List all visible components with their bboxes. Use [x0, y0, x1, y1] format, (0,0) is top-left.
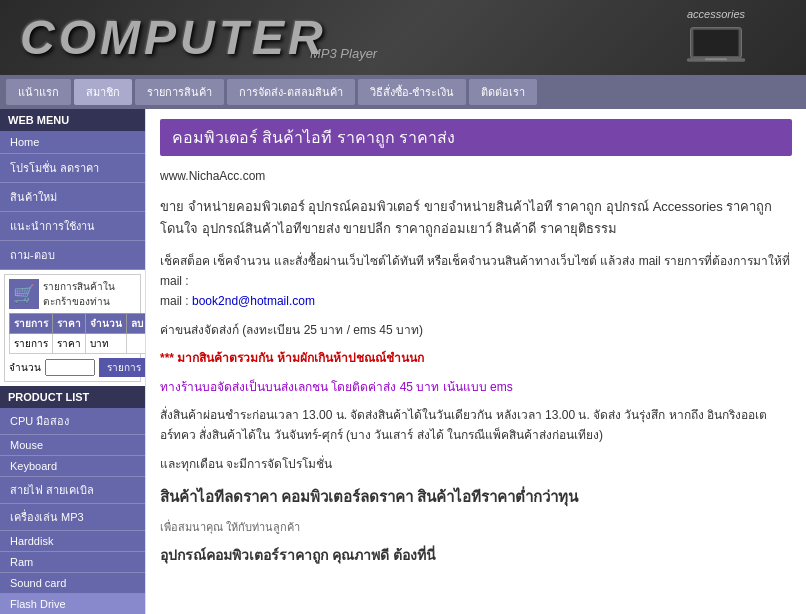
cart-col-qty: จำนวน [86, 314, 127, 334]
warning2: ทางร้านบอจัดส่งเป็นบนส่งเลกชน โดยติดค่าส… [160, 377, 792, 397]
content-body: www.NichaAcc.com ขาย จำหน่ายคอมพิวเตอร์ … [160, 166, 792, 568]
accessories-area: accessories [686, 8, 746, 67]
cart-cell-price: ราคา [53, 334, 86, 354]
content-title: คอมพิวเตอร์ สินค้าไอที ราคาถูก ราคาส่ง [160, 119, 792, 156]
product-ram[interactable]: Ram [0, 552, 145, 573]
cart-col-item: รายการ [10, 314, 53, 334]
nav-contact[interactable]: ติดต่อเรา [469, 79, 537, 105]
cart-row: รายการ ราคา บาท [10, 334, 148, 354]
order-time: สั่งสินค้าผ่อนชำระก่อนเวลา 13.00 น. จัดส… [160, 405, 792, 446]
sidebar-item-home[interactable]: Home [0, 131, 145, 154]
check-info: เช็คสต็อค เช็คจำนวน และสั่งซื้อผ่านเว็บไ… [160, 251, 792, 312]
nav-shipping[interactable]: การจัดส่ง-ตสลมสินค้า [227, 79, 355, 105]
footer-text: เพื่อสมนาคุณ ให้กับท่านลูกค้า [160, 518, 792, 537]
svg-rect-3 [705, 58, 727, 60]
web-menu-header: WEB MENU [0, 109, 145, 131]
cart-cell-unit: บาท [86, 334, 127, 354]
nav-home[interactable]: แน้าแรก [6, 79, 71, 105]
cart-icon: 🛒 [9, 279, 39, 309]
product-soundcard[interactable]: Sound card [0, 573, 145, 594]
accessories-text: accessories [686, 8, 746, 20]
sidebar-item-qa[interactable]: ถาม-ตอบ [0, 241, 145, 270]
header: COMPUTER MP3 Player accessories [0, 0, 806, 75]
cart-widget: 🛒 รายการสินค้าในตะกร้าของท่าน รายการ ราค… [4, 274, 141, 382]
website-url: www.NichaAcc.com [160, 166, 792, 186]
cart-label: รายการสินค้าในตะกร้าของท่าน [43, 279, 136, 309]
email-link[interactable]: book2nd@hotmail.com [192, 294, 315, 308]
site-title: COMPUTER [20, 10, 327, 65]
cart-col-price: ราคา [53, 314, 86, 334]
product-cable[interactable]: สายไฟ สายเคเบิล [0, 477, 145, 504]
cart-cell-item: รายการ [10, 334, 53, 354]
product-list-header: PRODUCT LIST [0, 386, 145, 408]
check-info-text: เช็คสต็อค เช็คจำนวน และสั่งซื้อผ่านเว็บไ… [160, 254, 790, 288]
cart-submit-row: จำนวน รายการ ✔ [9, 358, 136, 377]
shipping-fee: ค่าขนส่งจัดส่งก์ (ลงทะเบียน 25 บาท / ems… [160, 320, 792, 340]
main-description: ขาย จำหน่ายคอมพิวเตอร์ อุปกรณ์คอมพิวเตอร… [160, 196, 792, 240]
sidebar-item-guide[interactable]: แนะนำการใช้งาน [0, 212, 145, 241]
cart-submit-btn[interactable]: รายการ [99, 358, 149, 377]
product-mp3[interactable]: เครื่องเล่น MP3 [0, 504, 145, 531]
cart-header: 🛒 รายการสินค้าในตะกร้าของท่าน [9, 279, 136, 309]
product-cpu[interactable]: CPU มือสอง [0, 408, 145, 435]
product-harddisk[interactable]: Harddisk [0, 531, 145, 552]
sidebar-item-new[interactable]: สินค้าใหม่ [0, 183, 145, 212]
main-nav: แน้าแรก สมาชิก รายการสินค้า การจัดส่ง-ตส… [0, 75, 806, 109]
cart-table: รายการ ราคา จำนวน ลบ รายการ ราคา บาท [9, 313, 148, 354]
warning1: *** มากสินค้าตรวมกัน ห้ามผักเกินห้าปชณณ์… [160, 348, 792, 368]
mp3-label: MP3 Player [310, 46, 377, 61]
product-mouse[interactable]: Mouse [0, 435, 145, 456]
sidebar-item-promo[interactable]: โปรโมชั่น ลดราคา [0, 154, 145, 183]
sidebar: WEB MENU Home โปรโมชั่น ลดราคา สินค้าใหม… [0, 109, 145, 614]
svg-rect-1 [693, 30, 738, 56]
bottom-title: อุปกรณ์คอมพิวเตอร์ราคาถูก คุณภาพดี ต้องท… [160, 544, 792, 568]
product-keyboard[interactable]: Keyboard [0, 456, 145, 477]
nav-products[interactable]: รายการสินค้า [135, 79, 224, 105]
nav-member[interactable]: สมาชิก [74, 79, 132, 105]
qty-input[interactable] [45, 359, 95, 376]
laptop-icon [686, 24, 746, 64]
main-content: คอมพิวเตอร์ สินค้าไอที ราคาถูก ราคาส่ง w… [145, 109, 806, 614]
qty-label: จำนวน [9, 360, 41, 375]
promo-text: และทุกเดือน จะมีการจัดโปรโมชั่น [160, 454, 792, 474]
main-layout: WEB MENU Home โปรโมชั่น ลดราคา สินค้าใหม… [0, 109, 806, 614]
big-title1: สินค้าไอทีลดราคา คอมพิวเตอร์ลดราคา สินค้… [160, 484, 792, 510]
product-flashdrive[interactable]: Flash Drive [0, 594, 145, 614]
nav-howto[interactable]: วิธีสั่งซื้อ-ชำระเงิน [358, 79, 467, 105]
